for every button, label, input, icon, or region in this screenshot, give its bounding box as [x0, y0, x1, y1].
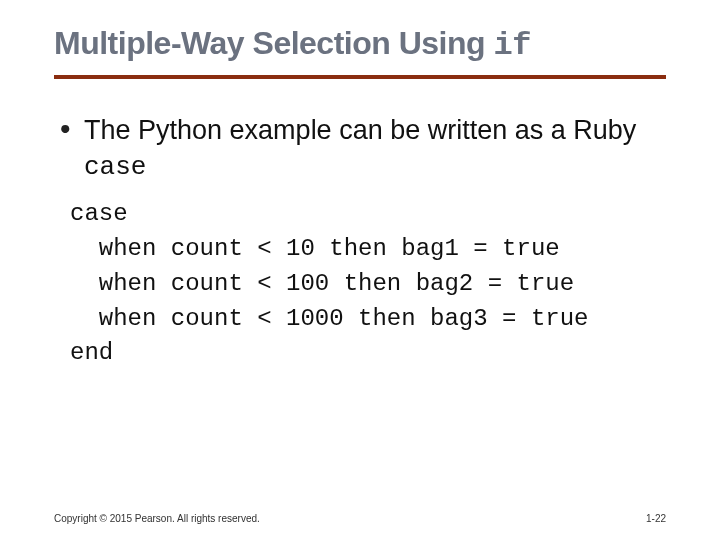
page-number: 1-22	[646, 513, 666, 524]
bullet-code: case	[84, 152, 146, 182]
bullet-item: The Python example can be written as a R…	[54, 113, 666, 185]
slide: Multiple-Way Selection Using if The Pyth…	[0, 0, 720, 540]
bullet-list: The Python example can be written as a R…	[54, 113, 666, 185]
bullet-text: The Python example can be written as a R…	[84, 115, 636, 145]
title-text: Multiple-Way Selection Using	[54, 25, 493, 61]
footer: Copyright © 2015 Pearson. All rights res…	[54, 513, 666, 524]
title-code: if	[493, 27, 530, 64]
copyright-text: Copyright © 2015 Pearson. All rights res…	[54, 513, 260, 524]
title-rule	[54, 75, 666, 79]
slide-title: Multiple-Way Selection Using if	[54, 24, 666, 65]
code-block: case when count < 10 then bag1 = true wh…	[70, 197, 666, 371]
